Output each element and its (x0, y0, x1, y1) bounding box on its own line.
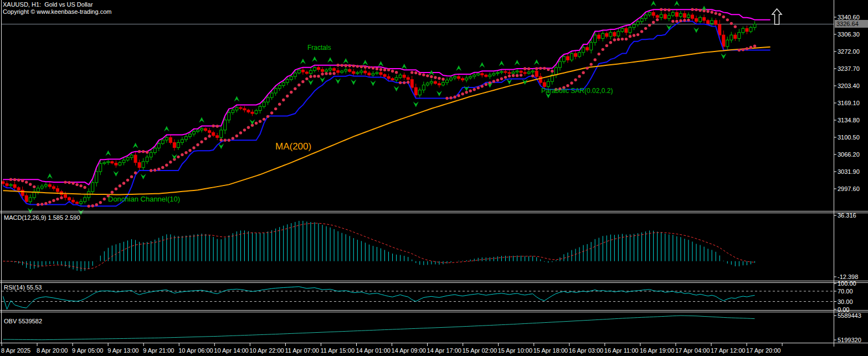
candle-body (426, 83, 429, 85)
fractal-down-arrow-icon (666, 24, 672, 30)
candle-body (64, 194, 66, 197)
sar-dot (426, 74, 429, 77)
sar-dot (91, 204, 94, 207)
candle-body (56, 189, 59, 192)
sar-dot (126, 179, 129, 182)
sar-dot (83, 186, 86, 189)
sar-dot (255, 122, 258, 125)
sar-dot (718, 13, 721, 16)
candle-body (636, 22, 639, 24)
time-tick-label: 9 Apr 13:00 (107, 347, 138, 354)
candle-body (656, 16, 659, 18)
candle-body (629, 28, 631, 33)
candle-body (372, 74, 374, 75)
fractal-down-arrow-icon (436, 91, 442, 96)
sar-dot (177, 156, 179, 158)
fractal-down-arrow-icon (141, 174, 146, 179)
candle-body (6, 184, 8, 186)
price-tick-label: 3031.90 (838, 168, 860, 175)
candle-body (17, 188, 20, 190)
candle-body (44, 184, 47, 186)
sar-dot (391, 70, 394, 73)
sar-dot (356, 65, 359, 68)
chart-canvas[interactable]: 3340.603306.303272.003237.703203.403169.… (0, 0, 868, 356)
candle-body (177, 142, 179, 147)
time-tick-label: 14 Apr 09:00 (392, 347, 426, 354)
fractal-up-arrow-icon (651, 1, 656, 6)
time-tick-label: 10 Apr 06:00 (178, 347, 213, 354)
candle-body (13, 184, 16, 187)
candle-body (407, 78, 409, 80)
candle-body (598, 35, 600, 38)
time-tick-label: 15 Apr 10:00 (498, 347, 532, 354)
sar-dot (613, 38, 616, 41)
candle-body (450, 78, 453, 80)
sar-dot (399, 81, 402, 84)
candle-body (547, 81, 549, 86)
candle-body (722, 35, 725, 47)
candle-body (395, 78, 398, 80)
sar-dot (535, 67, 538, 70)
candle-body (410, 80, 413, 87)
ma200-line (3, 47, 771, 195)
candle-body (341, 71, 343, 73)
fractal-up-arrow-icon (164, 126, 170, 131)
price-tick-label: 3169.10 (838, 100, 860, 106)
rsi-line (3, 287, 755, 309)
sar-dot (418, 73, 421, 75)
sar-dot (103, 198, 106, 200)
sar-dot (224, 139, 227, 142)
candle-body (309, 70, 312, 73)
sar-dot (184, 151, 187, 154)
sar-dot (266, 115, 269, 118)
candle-body (516, 71, 518, 72)
candle-body (418, 90, 421, 95)
candle-body (76, 202, 79, 204)
sar-dot (547, 68, 549, 71)
sar-dot (687, 19, 690, 22)
obv-tick-label: 5199320 (838, 337, 861, 343)
up-arrow-icon[interactable] (772, 9, 782, 24)
sar-dot (165, 164, 168, 167)
sar-dot (157, 168, 160, 171)
sar-dot (169, 161, 172, 163)
fractal-up-arrow-icon (234, 96, 239, 101)
candle-body (660, 14, 662, 17)
candle-body (376, 73, 378, 74)
candle-body (165, 137, 168, 140)
fractal-down-arrow-icon (464, 86, 469, 91)
sar-dot (496, 79, 499, 81)
candle-body (465, 78, 468, 80)
sar-dot (722, 16, 725, 18)
sar-dot (714, 12, 717, 14)
up-arrow-object[interactable] (772, 9, 782, 24)
rsi-tick-label: 70.00 (838, 288, 853, 295)
candle-body (138, 163, 141, 168)
fractal-down-arrow-icon (370, 80, 376, 86)
sar-dot (340, 64, 343, 66)
price-axis[interactable]: 3340.603306.303272.003237.703203.403169.… (834, 14, 861, 343)
candle-body (422, 85, 425, 90)
candle-body (111, 162, 114, 163)
time-axis[interactable]: 8 Apr 20258 Apr 20:009 Apr 05:009 Apr 13… (1, 343, 782, 354)
candle-body (504, 71, 507, 73)
candle-body (325, 70, 328, 71)
candle-body (368, 73, 371, 75)
sar-dot (364, 66, 367, 69)
sar-dot (702, 9, 705, 12)
candle-body (255, 111, 258, 113)
candle-body (201, 128, 203, 130)
time-tick-label: 11 Apr 07:00 (285, 347, 319, 354)
candle-body (667, 16, 670, 18)
rsi-panel-lines (2, 287, 834, 309)
candle-body (520, 71, 522, 73)
sar-dot (621, 38, 624, 40)
candle-body (679, 13, 682, 16)
sar-dot (40, 203, 43, 205)
sar-dot (9, 178, 12, 180)
candle-body (37, 188, 39, 192)
sar-dot (675, 20, 678, 23)
candle-body (403, 75, 405, 78)
sar-dot (87, 205, 90, 208)
sar-dot (410, 71, 413, 74)
